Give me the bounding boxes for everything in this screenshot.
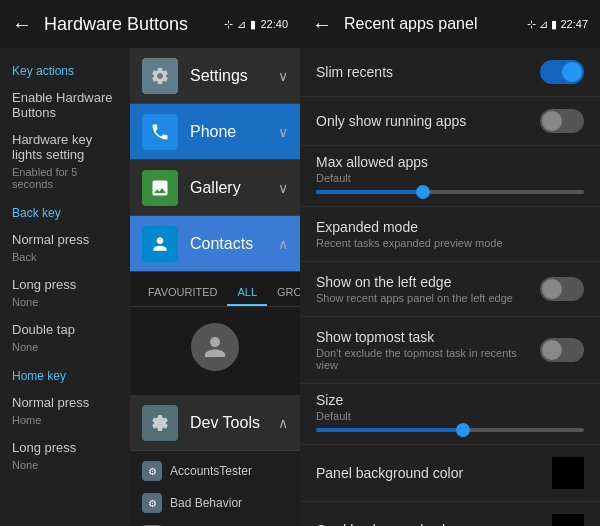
right-wifi-icon: ⊿	[539, 18, 548, 30]
double-tap[interactable]: Double tap	[0, 314, 130, 341]
gallery-label: Gallery	[190, 179, 278, 197]
expanded-mode-label: Expanded mode	[316, 219, 418, 235]
long-press[interactable]: Long press	[0, 269, 130, 296]
menu-item-contacts[interactable]: Contacts ∧	[130, 216, 300, 272]
expanded-mode-row: Expanded mode Recent tasks expanded prev…	[300, 207, 600, 262]
right-content: Slim recents Only show running apps Max …	[300, 48, 600, 526]
wifi-icon: ⊿	[237, 18, 246, 31]
only-running-apps-row: Only show running apps	[300, 97, 600, 146]
right-panel: ← Recent apps panel ⊹ ⊿ ▮ 22:47 Slim rec…	[300, 0, 600, 526]
phone-chevron: ∨	[278, 124, 288, 140]
show-left-edge-knob	[542, 279, 562, 299]
key-actions-label: Key actions	[0, 56, 130, 82]
show-left-edge-toggle[interactable]	[540, 277, 584, 301]
contacts-icon	[142, 226, 178, 262]
home-long-press[interactable]: Long press	[0, 432, 130, 459]
left-sidebar: Key actions Enable Hardware Buttons Hard…	[0, 48, 130, 526]
contacts-tab-favourited[interactable]: FAVOURITED	[138, 280, 227, 306]
left-panel: ← Hardware Buttons ⊹ ⊿ ▮ 22:40 Key actio…	[0, 0, 300, 526]
show-left-edge-label: Show on the left edge	[316, 274, 540, 290]
devtool-accounts-label: AccountsTester	[170, 464, 252, 478]
right-title: Recent apps panel	[344, 15, 515, 33]
size-fill	[316, 428, 463, 432]
menu-item-gallery[interactable]: Gallery ∨	[130, 160, 300, 216]
devtool-item-cache-abuser[interactable]: ⚙ Cache Abuser	[130, 519, 300, 526]
max-allowed-apps-label: Max allowed apps	[316, 154, 584, 170]
size-slider[interactable]	[316, 428, 584, 432]
size-sub: Default	[316, 410, 584, 422]
max-allowed-apps-row: Max allowed apps Default	[300, 146, 600, 207]
app-menu: Settings ∨ Phone ∨ Gallery ∨	[130, 48, 300, 526]
phone-icon	[142, 114, 178, 150]
devtool-bad-behavior-label: Bad Behavior	[170, 496, 242, 510]
long-press-sub: None	[0, 296, 130, 314]
slim-recents-toggle[interactable]	[540, 60, 584, 84]
menu-item-phone[interactable]: Phone ∨	[130, 104, 300, 160]
contacts-tabs: FAVOURITED ALL GROUPS	[130, 280, 300, 307]
panel-bg-color-row: Panel background color	[300, 445, 600, 502]
card-bg-color-row: Card background color	[300, 502, 600, 526]
accounts-tester-icon: ⚙	[142, 461, 162, 481]
left-header: ← Hardware Buttons ⊹ ⊿ ▮ 22:40	[0, 0, 300, 48]
right-back-button[interactable]: ←	[312, 13, 332, 36]
bad-behavior-icon: ⚙	[142, 493, 162, 513]
show-topmost-task-sub: Don't exclude the topmost task in recent…	[316, 347, 540, 371]
slim-recents-label: Slim recents	[316, 64, 393, 80]
hw-key-lights[interactable]: Hardware key lights setting	[0, 124, 130, 166]
contacts-label: Contacts	[190, 235, 278, 253]
panel-bg-color-label: Panel background color	[316, 465, 463, 481]
home-key-label: Home key	[0, 359, 130, 387]
show-left-edge-sub: Show recent apps panel on the left edge	[316, 292, 540, 304]
menu-item-settings[interactable]: Settings ∨	[130, 48, 300, 104]
avatar	[191, 323, 239, 371]
size-label: Size	[316, 392, 584, 408]
settings-chevron: ∨	[278, 68, 288, 84]
max-allowed-apps-slider[interactable]	[316, 190, 584, 194]
panel-bg-color-swatch[interactable]	[552, 457, 584, 489]
size-thumb	[456, 423, 470, 437]
time-left: 22:40	[260, 18, 288, 31]
right-bluetooth-icon: ⊹	[527, 18, 536, 30]
normal-press[interactable]: Normal press	[0, 224, 130, 251]
expanded-mode-sub: Recent tasks expanded preview mode	[316, 237, 503, 249]
normal-press-sub: Back	[0, 251, 130, 269]
left-content: Key actions Enable Hardware Buttons Hard…	[0, 48, 300, 526]
slim-recents-row: Slim recents	[300, 48, 600, 97]
max-allowed-apps-fill	[316, 190, 423, 194]
only-running-apps-toggle[interactable]	[540, 109, 584, 133]
settings-label: Settings	[190, 67, 278, 85]
devtools-label: Dev Tools	[190, 414, 278, 432]
enable-hw-buttons[interactable]: Enable Hardware Buttons	[0, 82, 130, 124]
left-back-button[interactable]: ←	[12, 13, 32, 36]
devtools-expanded: ⚙ AccountsTester ⚙ Bad Behavior ⚙ Cache …	[130, 451, 300, 526]
settings-icon	[142, 58, 178, 94]
show-topmost-task-toggle[interactable]	[540, 338, 584, 362]
contacts-tab-all[interactable]: ALL	[227, 280, 267, 306]
home-normal-press[interactable]: Normal press	[0, 387, 130, 414]
card-bg-color-label: Card background color	[316, 522, 458, 526]
home-normal-press-sub: Home	[0, 414, 130, 432]
back-key-label: Back key	[0, 196, 130, 224]
menu-item-devtools[interactable]: Dev Tools ∧	[130, 395, 300, 451]
devtool-item-accounts[interactable]: ⚙ AccountsTester	[130, 455, 300, 487]
left-status-icons: ⊹ ⊿ ▮ 22:40	[224, 18, 288, 31]
card-bg-color-swatch[interactable]	[552, 514, 584, 526]
battery-icon: ▮	[250, 18, 256, 31]
show-left-edge-row: Show on the left edge Show recent apps p…	[300, 262, 600, 317]
contacts-chevron: ∧	[278, 236, 288, 252]
double-tap-sub: None	[0, 341, 130, 359]
right-battery-icon: ▮	[551, 18, 557, 30]
gallery-chevron: ∨	[278, 180, 288, 196]
phone-label: Phone	[190, 123, 278, 141]
gallery-icon	[142, 170, 178, 206]
contacts-tab-groups[interactable]: GROUPS	[267, 280, 300, 306]
max-allowed-apps-sub: Default	[316, 172, 584, 184]
slim-recents-knob	[562, 62, 582, 82]
home-long-press-sub: None	[0, 459, 130, 477]
devtool-item-bad-behavior[interactable]: ⚙ Bad Behavior	[130, 487, 300, 519]
only-running-apps-knob	[542, 111, 562, 131]
only-running-apps-label: Only show running apps	[316, 113, 466, 129]
show-topmost-task-knob	[542, 340, 562, 360]
show-topmost-task-label: Show topmost task	[316, 329, 540, 345]
bluetooth-icon: ⊹	[224, 18, 233, 31]
